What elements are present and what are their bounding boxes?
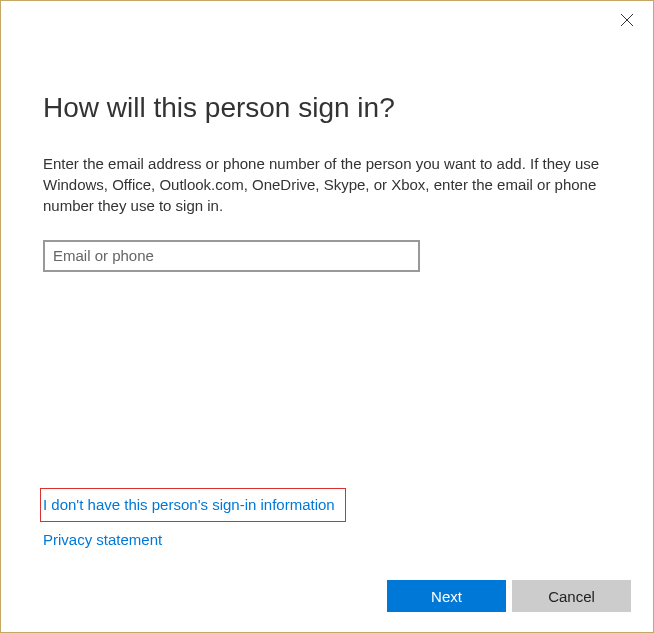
close-button[interactable] [615,9,639,33]
dialog-description: Enter the email address or phone number … [43,153,603,216]
email-or-phone-input[interactable] [43,240,420,272]
cancel-button[interactable]: Cancel [512,580,631,612]
button-row: Next Cancel [387,580,631,612]
no-signin-info-link[interactable]: I don't have this person's sign-in infor… [40,488,346,522]
dialog-title: How will this person sign in? [43,91,611,125]
privacy-statement-link[interactable]: Privacy statement [43,528,162,552]
close-icon [621,12,633,30]
next-button[interactable]: Next [387,580,506,612]
dialog-content: How will this person sign in? Enter the … [1,1,653,272]
bottom-links: I don't have this person's sign-in infor… [43,488,346,552]
